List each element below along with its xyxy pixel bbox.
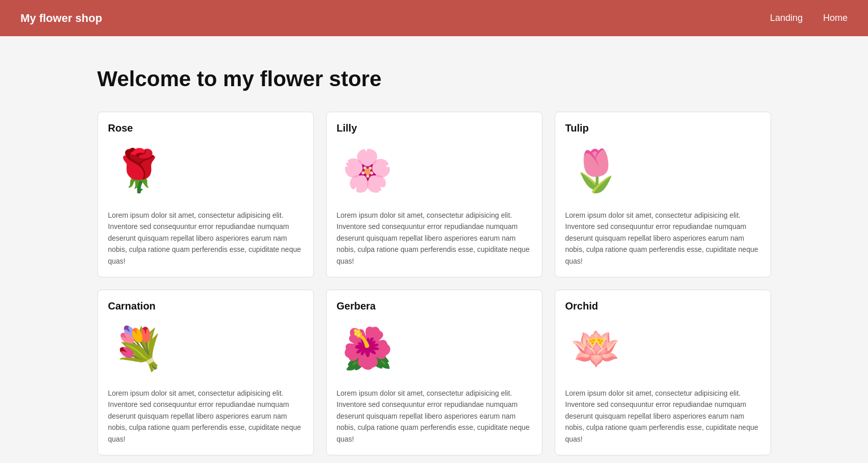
flower-image: 🪷 xyxy=(565,318,627,379)
nav-link-home[interactable]: Home xyxy=(823,13,848,23)
flower-description: Lorem ipsum dolor sit amet, consectetur … xyxy=(337,388,532,445)
flower-card: Carnation 💐 Lorem ipsum dolor sit amet, … xyxy=(97,290,314,455)
flower-grid: Rose 🌹 Lorem ipsum dolor sit amet, conse… xyxy=(97,112,771,455)
flower-card: Lilly 🌸 Lorem ipsum dolor sit amet, cons… xyxy=(326,112,542,277)
flower-card-title: Orchid xyxy=(565,300,760,312)
flower-image: 🌷 xyxy=(565,140,627,201)
flower-image: 🌸 xyxy=(337,140,398,201)
nav-link-landing[interactable]: Landing xyxy=(770,13,803,23)
flower-image: 💐 xyxy=(108,318,169,379)
flower-description: Lorem ipsum dolor sit amet, consectetur … xyxy=(565,388,760,445)
flower-card-title: Lilly xyxy=(337,122,532,134)
flower-card-title: Tulip xyxy=(565,122,760,134)
site-header: My flower shop Landing Home xyxy=(0,0,868,36)
flower-card: Orchid 🪷 Lorem ipsum dolor sit amet, con… xyxy=(555,290,771,455)
flower-card: Gerbera 🌺 Lorem ipsum dolor sit amet, co… xyxy=(326,290,542,455)
brand-logo: My flower shop xyxy=(20,12,102,25)
flower-card: Tulip 🌷 Lorem ipsum dolor sit amet, cons… xyxy=(555,112,771,277)
flower-description: Lorem ipsum dolor sit amet, consectetur … xyxy=(108,388,303,445)
flower-card-title: Carnation xyxy=(108,300,303,312)
flower-card-title: Rose xyxy=(108,122,303,134)
flower-card-title: Gerbera xyxy=(337,300,532,312)
flower-card: Rose 🌹 Lorem ipsum dolor sit amet, conse… xyxy=(97,112,314,277)
flower-description: Lorem ipsum dolor sit amet, consectetur … xyxy=(565,210,760,267)
flower-description: Lorem ipsum dolor sit amet, consectetur … xyxy=(337,210,532,267)
page-title: Welcome to my flower store xyxy=(97,67,771,91)
flower-description: Lorem ipsum dolor sit amet, consectetur … xyxy=(108,210,303,267)
flower-image: 🌺 xyxy=(337,318,398,379)
main-content: Welcome to my flower store Rose 🌹 Lorem … xyxy=(77,36,791,463)
header-nav: Landing Home xyxy=(770,13,848,23)
flower-image: 🌹 xyxy=(108,140,169,201)
